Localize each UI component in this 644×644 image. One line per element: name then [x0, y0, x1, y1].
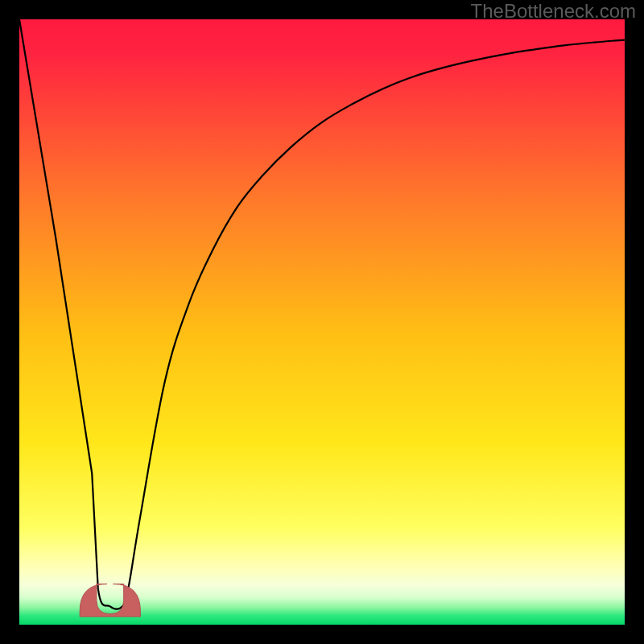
gradient-background: [19, 19, 625, 625]
chart-frame: [19, 19, 625, 625]
watermark-label: TheBottleneck.com: [471, 0, 636, 23]
bottleneck-chart: [19, 19, 625, 625]
